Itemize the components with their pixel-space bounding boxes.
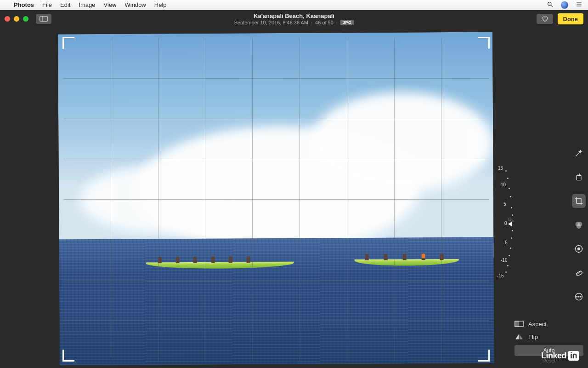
format-badge: JPG — [340, 20, 354, 25]
svg-rect-17 — [576, 270, 582, 276]
window-controls — [5, 16, 28, 22]
menu-help[interactable]: Help — [154, 1, 167, 8]
sidebar-toggle-button[interactable] — [36, 14, 51, 24]
favorite-button[interactable] — [537, 14, 553, 24]
crop-handle-tl[interactable] — [62, 37, 74, 49]
crop-handle-tr[interactable] — [478, 37, 490, 49]
macos-menubar: Photos File Edit Image View Window Help — [0, 0, 588, 10]
edit-area: 15 10 5 0 -5 -10 -15 ↖ Aspect Flip — [0, 28, 588, 368]
aspect-label: Aspect — [528, 321, 547, 328]
more-tool[interactable] — [572, 290, 586, 304]
close-window-button[interactable] — [5, 16, 10, 22]
auto-enhance-tool[interactable] — [572, 146, 586, 160]
crop-handle-br[interactable] — [478, 350, 490, 362]
photo-date: September 10, 2016, 8:48:36 AM — [234, 20, 308, 25]
edit-tool-strip — [570, 146, 588, 304]
svg-rect-5 — [40, 17, 48, 22]
rotate-tool[interactable] — [572, 170, 586, 184]
svg-point-10 — [577, 224, 581, 229]
filters-tool[interactable] — [572, 218, 586, 232]
crop-overlay[interactable] — [63, 38, 489, 361]
spotlight-icon[interactable] — [547, 1, 554, 9]
photo-title: Kā'anapali Beach, Kaanapali — [234, 12, 354, 19]
linkedin-watermark: Linkedin — [541, 351, 579, 361]
svg-line-1 — [551, 5, 553, 7]
app-titlebar: Kā'anapali Beach, Kaanapali September 10… — [0, 10, 588, 28]
svg-point-21 — [578, 296, 579, 297]
svg-point-0 — [548, 2, 552, 6]
menu-window[interactable]: Window — [125, 1, 146, 8]
title-block: Kā'anapali Beach, Kaanapali September 10… — [234, 12, 354, 25]
svg-rect-24 — [515, 321, 519, 327]
status-menu-icon[interactable] — [561, 1, 568, 9]
app-menu[interactable]: Photos — [14, 1, 34, 8]
menu-edit[interactable]: Edit — [60, 1, 70, 8]
notification-center-icon[interactable] — [576, 1, 582, 9]
menu-view[interactable]: View — [104, 1, 117, 8]
svg-point-12 — [578, 248, 580, 250]
aspect-button[interactable]: Aspect — [514, 317, 583, 330]
adjust-tool[interactable] — [572, 242, 586, 256]
menu-image[interactable]: Image — [79, 1, 95, 8]
svg-point-20 — [577, 296, 577, 297]
done-button[interactable]: Done — [558, 13, 584, 24]
svg-point-22 — [580, 296, 581, 297]
flip-button[interactable]: Flip — [514, 330, 583, 343]
crop-tool[interactable] — [572, 194, 586, 208]
fullscreen-window-button[interactable] — [23, 16, 28, 22]
photo-counter: 46 of 90 — [315, 20, 334, 25]
flip-label: Flip — [528, 334, 538, 340]
svg-rect-7 — [577, 176, 581, 180]
retouch-tool[interactable] — [572, 266, 586, 280]
minimize-window-button[interactable] — [14, 16, 19, 22]
crop-controls: Aspect Flip Auto Reset Linkedin — [514, 317, 583, 363]
menu-file[interactable]: File — [42, 1, 52, 8]
crop-handle-bl[interactable] — [62, 350, 74, 362]
